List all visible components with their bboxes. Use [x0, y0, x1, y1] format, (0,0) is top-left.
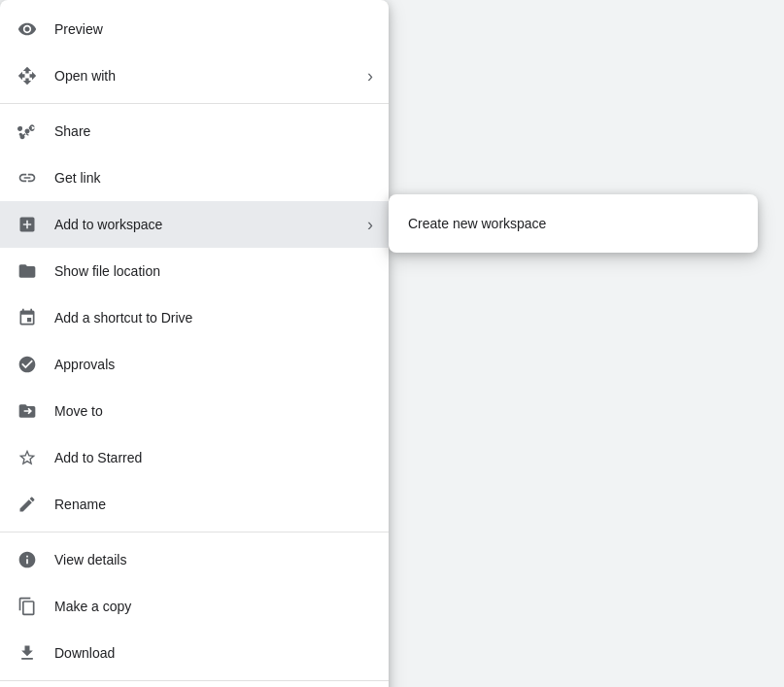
menu-item-move-to-label: Move to	[54, 403, 373, 419]
menu-item-add-to-workspace-label: Add to workspace	[54, 217, 359, 232]
open-with-icon	[16, 64, 39, 87]
menu-item-share-label: Share	[54, 123, 373, 139]
star-icon	[16, 446, 39, 469]
divider-3	[0, 680, 389, 681]
menu-item-view-details-label: View details	[54, 552, 373, 567]
info-icon	[16, 548, 39, 571]
menu-item-preview-label: Preview	[54, 21, 373, 37]
link-icon	[16, 166, 39, 189]
shortcut-icon	[16, 306, 39, 329]
submenu-item-create-label: Create new workspace	[408, 216, 546, 231]
divider-2	[0, 532, 389, 532]
approvals-icon	[16, 353, 39, 376]
chevron-right-icon: ›	[367, 66, 373, 86]
menu-item-preview[interactable]: Preview	[0, 6, 389, 52]
download-icon	[16, 641, 39, 665]
submenu-item-create-new-workspace[interactable]: Create new workspace	[389, 200, 758, 247]
menu-item-share[interactable]: Share	[0, 108, 389, 155]
menu-item-approvals[interactable]: Approvals	[0, 341, 389, 388]
copy-icon	[16, 595, 39, 618]
folder-icon	[16, 259, 39, 283]
menu-item-add-to-workspace[interactable]: Add to workspace ›	[0, 201, 389, 248]
menu-item-view-details[interactable]: View details	[0, 536, 389, 583]
context-menu: Preview Open with › Share Get link Add t…	[0, 0, 389, 687]
add-workspace-icon	[16, 213, 39, 236]
menu-item-download[interactable]: Download	[0, 630, 389, 676]
menu-item-get-link[interactable]: Get link	[0, 155, 389, 201]
menu-item-get-link-label: Get link	[54, 170, 373, 186]
menu-item-open-with-label: Open with	[54, 68, 359, 84]
chevron-right-icon-workspace: ›	[367, 215, 373, 235]
menu-item-move-to[interactable]: Move to	[0, 388, 389, 434]
menu-item-add-shortcut[interactable]: Add a shortcut to Drive	[0, 294, 389, 341]
menu-item-make-copy[interactable]: Make a copy	[0, 583, 389, 630]
rename-icon	[16, 493, 39, 516]
menu-item-show-file-location[interactable]: Show file location	[0, 248, 389, 294]
menu-item-open-with[interactable]: Open with ›	[0, 52, 389, 99]
eye-icon	[16, 17, 39, 41]
menu-item-approvals-label: Approvals	[54, 357, 373, 372]
share-icon	[16, 120, 39, 143]
menu-item-rename[interactable]: Rename	[0, 481, 389, 528]
menu-item-show-file-location-label: Show file location	[54, 263, 373, 279]
menu-item-download-label: Download	[54, 645, 373, 661]
divider-1	[0, 103, 389, 104]
move-icon	[16, 399, 39, 423]
menu-item-add-starred-label: Add to Starred	[54, 450, 373, 465]
menu-item-make-copy-label: Make a copy	[54, 599, 373, 614]
submenu-add-to-workspace: Create new workspace	[389, 194, 758, 253]
menu-item-add-starred[interactable]: Add to Starred	[0, 434, 389, 481]
menu-item-add-shortcut-label: Add a shortcut to Drive	[54, 310, 373, 326]
menu-item-rename-label: Rename	[54, 497, 373, 512]
